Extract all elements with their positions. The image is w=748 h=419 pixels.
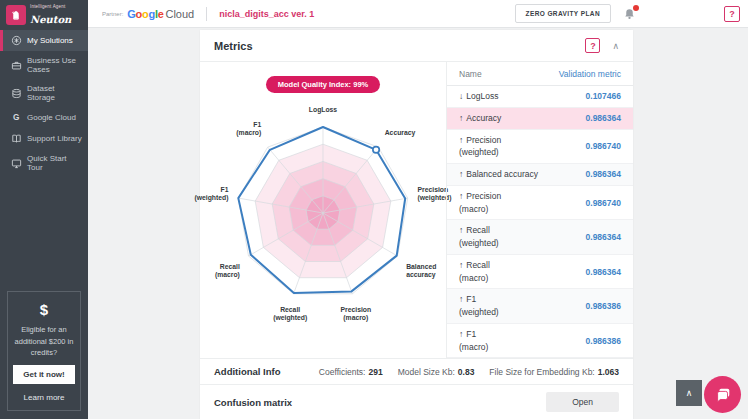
metric-value[interactable]: 0.107466 [586, 91, 621, 101]
radar-axis-label: Accuracy [385, 129, 416, 137]
metric-value[interactable]: 0.986386 [586, 301, 621, 311]
partner-label: Partner: [102, 11, 123, 17]
radar-axis-label: Precision(macro) [341, 306, 372, 322]
divider [206, 7, 207, 21]
get-it-now-button[interactable]: Get it now! [13, 365, 75, 384]
sidebar-item-label: Dataset Storage [27, 84, 82, 102]
metric-name: ↑Balanced accuracy [459, 168, 538, 181]
metric-name: ↑Precision(weighted) [459, 134, 501, 160]
sidebar-item-dataset-storage[interactable]: Dataset Storage [0, 79, 88, 107]
arrow-up-icon: ↑ [459, 260, 463, 270]
metric-value[interactable]: 0.986364 [586, 232, 621, 242]
svg-text:G: G [13, 113, 19, 122]
sidebar: Intelligent Agent Neuton My SolutionsBus… [0, 0, 88, 419]
additional-info-item: Model Size Kb:0.83 [398, 367, 475, 377]
metric-value[interactable]: 0.986364 [586, 113, 621, 123]
arrow-down-icon: ↓ [459, 91, 463, 101]
confusion-matrix-open-button[interactable]: Open [546, 392, 619, 412]
notifications-bell-icon[interactable] [623, 7, 636, 21]
dollar-icon: $ [13, 301, 75, 318]
metric-row-f1-macro[interactable]: ↑F1(macro)0.986386 [447, 324, 633, 359]
metric-row-recall-macro[interactable]: ↑Recall(macro)0.986364 [447, 255, 633, 290]
metrics-help-button[interactable]: ? [585, 38, 600, 53]
chat-button[interactable] [704, 376, 741, 413]
arrow-up-icon: ↑ [459, 329, 463, 339]
metric-row-precision-weighted[interactable]: ↑Precision(weighted)0.986740 [447, 130, 633, 165]
neuton-logo[interactable]: Intelligent Agent Neuton [0, 0, 88, 30]
radar-axis-label: F1(macro) [236, 121, 261, 137]
column-validation-metric[interactable]: Validation metric [559, 69, 621, 79]
radar-axis-label: LogLoss [309, 106, 338, 114]
sidebar-item-label: Quick Start Tour [27, 154, 82, 172]
collapse-chevron-icon[interactable]: ∧ [612, 41, 619, 51]
sidebar-item-quick-start-tour[interactable]: Quick Start Tour [0, 149, 88, 177]
sidebar-item-label: Google Cloud [27, 113, 76, 122]
radar-chart-zone: Model Quality Index: 99% LogLossAccuracy… [200, 62, 446, 358]
book-icon [11, 133, 22, 144]
arrow-up-icon: ↑ [459, 191, 463, 201]
sidebar-item-business-use-cases[interactable]: Business Use Cases [0, 51, 88, 79]
learn-more-link[interactable]: Learn more [13, 393, 75, 402]
sidebar-item-label: My Solutions [27, 36, 73, 45]
metric-name: ↑Recall(weighted) [459, 224, 499, 250]
metrics-card: Metrics ? ∧ Model Quality Index: 99% Log… [200, 30, 633, 419]
google-cloud-suffix: Cloud [165, 8, 194, 20]
metric-row-recall-weighted[interactable]: ↑Recall(weighted)0.986364 [447, 220, 633, 255]
storage-icon [11, 88, 22, 99]
radar-axis-label: F1(weighted) [194, 186, 228, 202]
radar-axis-label: Balancedaccuracy [406, 263, 436, 279]
metric-row-f1-weighted[interactable]: ↑F1(weighted)0.986386 [447, 289, 633, 324]
metric-row-balanced-accuracy[interactable]: ↑Balanced accuracy0.986364 [447, 164, 633, 186]
scroll-to-top-button[interactable]: ∧ [676, 380, 702, 406]
additional-info-item: Coefficients:291 [319, 367, 383, 377]
chat-bubble-icon [714, 386, 732, 404]
metric-name: ↑Recall(macro) [459, 259, 490, 285]
confusion-matrix-section: Confusion matrix Open [200, 384, 633, 419]
metric-row-accuracy[interactable]: ↑Accuracy0.986364 [447, 108, 633, 130]
brand-small: Intelligent Agent [30, 4, 71, 9]
model-quality-badge: Model Quality Index: 99% [266, 76, 380, 93]
metrics-body: Model Quality Index: 99% LogLossAccuracy… [200, 62, 633, 358]
sidebar-nav: My SolutionsBusiness Use CasesDataset St… [0, 30, 88, 177]
global-help-button[interactable]: ? [724, 6, 740, 22]
metrics-title: Metrics [214, 40, 253, 52]
project-title: nicla_digits_acc ver. 1 [219, 9, 314, 19]
metric-row-precision-macro[interactable]: ↑Precision(macro)0.986740 [447, 186, 633, 221]
arrow-up-icon: ↑ [459, 294, 463, 304]
metric-value[interactable]: 0.986364 [586, 169, 621, 179]
google-icon: G [11, 112, 22, 123]
arrow-up-icon: ↑ [459, 225, 463, 235]
metric-value[interactable]: 0.986364 [586, 267, 621, 277]
metric-name: ↓LogLoss [459, 90, 498, 103]
metric-name: ↑Precision(macro) [459, 190, 501, 216]
metric-value[interactable]: 0.986740 [586, 141, 621, 151]
metric-row-logloss[interactable]: ↓LogLoss0.107466 [447, 86, 633, 108]
radar-axis-label: Recall(macro) [215, 263, 240, 279]
additional-info-section: Additional Info Coefficients:291Model Si… [200, 358, 633, 384]
briefcase-icon [11, 60, 22, 71]
notification-badge [633, 5, 639, 11]
arrow-up-icon: ↑ [459, 169, 463, 179]
solutions-icon [11, 35, 22, 46]
radar-chart: LogLossAccuracyPrecision(weighted)Balanc… [201, 95, 445, 345]
brand-name: Neuton [30, 14, 71, 25]
sidebar-item-label: Support Library [27, 134, 82, 143]
tour-icon [11, 158, 22, 169]
sidebar-item-support-library[interactable]: Support Library [0, 128, 88, 149]
sidebar-item-label: Business Use Cases [27, 56, 82, 74]
credits-box: $ Eligible for an additional $200 in cre… [7, 291, 81, 411]
arrow-up-icon: ↑ [459, 113, 463, 123]
sidebar-item-google-cloud[interactable]: GGoogle Cloud [0, 107, 88, 128]
sidebar-item-my-solutions[interactable]: My Solutions [0, 30, 88, 51]
metric-value[interactable]: 0.986740 [586, 198, 621, 208]
radar-axis-label: Recall(weighted) [273, 306, 307, 322]
metric-name: ↑Accuracy [459, 112, 501, 125]
additional-info-title: Additional Info [214, 366, 281, 377]
confusion-matrix-title: Confusion matrix [214, 397, 292, 408]
metrics-table: Name Validation metric ↓LogLoss0.107466↑… [446, 62, 633, 358]
table-header-row: Name Validation metric [447, 62, 633, 86]
plan-button[interactable]: ZERO GRAVITY PLAN [515, 4, 611, 23]
metric-value[interactable]: 0.986386 [586, 336, 621, 346]
additional-info-item: File Size for Embedding Kb:1.063 [489, 367, 619, 377]
neuton-logo-icon [6, 5, 26, 25]
